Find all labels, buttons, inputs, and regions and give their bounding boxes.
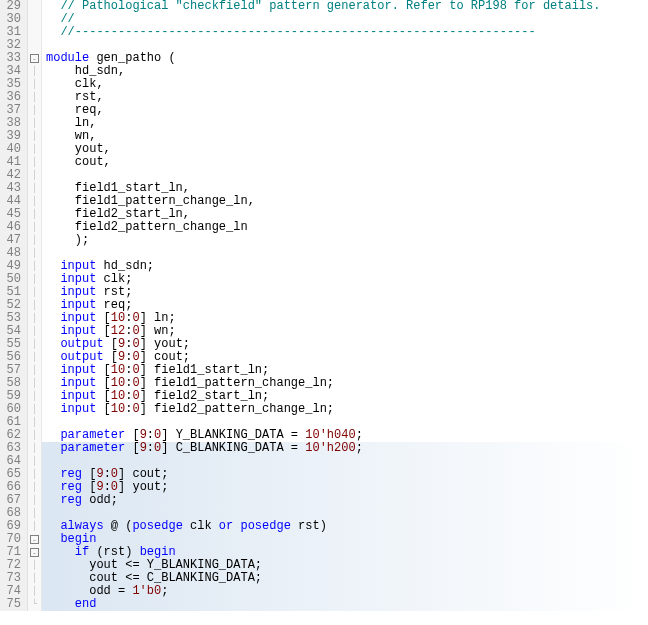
token: field2_pattern_change_ln [46, 220, 248, 234]
fold-gutter: │ [28, 156, 42, 169]
code-line[interactable]: 46│ field2_pattern_change_ln [0, 221, 648, 234]
token: ln, [46, 116, 96, 130]
token: always [46, 519, 104, 533]
fold-gutter: │ [28, 299, 42, 312]
code-text[interactable]: input [10:0] field2_pattern_change_ln; [42, 403, 334, 416]
fold-end-icon: └ [32, 599, 37, 609]
fold-gutter: │ [28, 208, 42, 221]
token: 10 [111, 311, 125, 325]
fold-gutter[interactable]: - [28, 546, 42, 559]
token: field1_start_ln, [46, 181, 190, 195]
fold-guide-icon: │ [32, 352, 37, 362]
token: input [46, 259, 96, 273]
code-editor[interactable]: 29 // Pathological "checkfield" pattern … [0, 0, 648, 625]
token: 0 [111, 480, 118, 494]
fold-guide-icon: │ [32, 300, 37, 310]
token: 10 [111, 402, 125, 416]
fold-guide-icon: │ [32, 417, 37, 427]
code-text[interactable]: ); [42, 234, 89, 247]
fold-gutter: │ [28, 585, 42, 598]
fold-gutter: └ [28, 598, 42, 611]
token: module [46, 51, 89, 65]
code-text[interactable]: end [42, 598, 96, 611]
code-text[interactable]: reg odd; [42, 494, 118, 507]
code-line[interactable]: 37│ req, [0, 104, 648, 117]
fold-gutter: │ [28, 91, 42, 104]
token: input [46, 272, 96, 286]
token: : [104, 467, 111, 481]
fold-guide-icon: │ [32, 222, 37, 232]
token: ] cout; [140, 350, 190, 364]
token: [ [125, 428, 139, 442]
fold-gutter: │ [28, 559, 42, 572]
fold-guide-icon: │ [32, 209, 37, 219]
token: ] Y_BLANKING_DATA = [161, 428, 305, 442]
code-line[interactable]: 47│ ); [0, 234, 648, 247]
fold-guide-icon: │ [32, 196, 37, 206]
fold-gutter[interactable]: - [28, 52, 42, 65]
code-line[interactable]: 60│ input [10:0] field2_pattern_change_l… [0, 403, 648, 416]
token: odd = [46, 584, 132, 598]
token: : [147, 441, 154, 455]
fold-guide-icon: │ [32, 261, 37, 271]
fold-gutter: │ [28, 403, 42, 416]
code-line[interactable]: 63│ parameter [9:0] C_BLANKING_DATA = 10… [0, 442, 648, 455]
fold-gutter: │ [28, 351, 42, 364]
token: clk, [46, 77, 104, 91]
fold-guide-icon: │ [32, 456, 37, 466]
fold-gutter[interactable]: - [28, 533, 42, 546]
code-line[interactable]: 29 // Pathological "checkfield" pattern … [0, 0, 648, 13]
code-text[interactable]: // Pathological "checkfield" pattern gen… [42, 0, 601, 13]
fold-guide-icon: │ [32, 482, 37, 492]
fold-guide-icon: │ [32, 521, 37, 531]
token: yout, [46, 142, 111, 156]
token: ] field2_start_ln; [140, 389, 270, 403]
token: input [46, 324, 96, 338]
fold-gutter: │ [28, 455, 42, 468]
token: output [46, 337, 104, 351]
fold-collapse-icon[interactable]: - [30, 535, 39, 544]
token: 9 [96, 480, 103, 494]
code-line[interactable]: 41│ cout, [0, 156, 648, 169]
fold-gutter: │ [28, 338, 42, 351]
token: begin [46, 532, 96, 546]
token: 0 [132, 376, 139, 390]
fold-gutter [28, 26, 42, 39]
fold-guide-icon: │ [32, 339, 37, 349]
token: parameter [46, 441, 125, 455]
token: input [46, 376, 96, 390]
token: rst) [291, 519, 327, 533]
token: // [46, 12, 75, 26]
code-text[interactable]: parameter [9:0] C_BLANKING_DATA = 10'h20… [42, 442, 363, 455]
code-line[interactable]: 69│ always @ (posedge clk or posedge rst… [0, 520, 648, 533]
fold-gutter: │ [28, 429, 42, 442]
fold-collapse-icon[interactable]: - [30, 548, 39, 557]
fold-collapse-icon[interactable]: - [30, 54, 39, 63]
code-line[interactable]: 38│ ln, [0, 117, 648, 130]
token: ; [356, 441, 363, 455]
token: [ [82, 467, 96, 481]
token: end [46, 597, 96, 611]
fold-gutter: │ [28, 572, 42, 585]
token: 0 [132, 311, 139, 325]
token: [ [104, 337, 118, 351]
fold-gutter: │ [28, 468, 42, 481]
code-line[interactable]: 75└ end [0, 598, 648, 611]
token: wn, [46, 129, 96, 143]
token: // Pathological "checkfield" pattern gen… [46, 0, 601, 13]
token: parameter [46, 428, 125, 442]
code-text[interactable]: //--------------------------------------… [42, 26, 536, 39]
token: field2_start_ln, [46, 207, 190, 221]
fold-guide-icon: │ [32, 144, 37, 154]
code-line[interactable]: 67│ reg odd; [0, 494, 648, 507]
token: input [46, 311, 96, 325]
code-line[interactable]: 74│ odd = 1'b0; [0, 585, 648, 598]
code-text[interactable]: cout, [42, 156, 111, 169]
token: (rst) [89, 545, 139, 559]
fold-guide-icon: │ [32, 235, 37, 245]
fold-gutter: │ [28, 312, 42, 325]
line-number: 75 [0, 598, 28, 611]
token: //--------------------------------------… [46, 25, 536, 39]
code-line[interactable]: 31 //-----------------------------------… [0, 26, 648, 39]
fold-gutter: │ [28, 234, 42, 247]
